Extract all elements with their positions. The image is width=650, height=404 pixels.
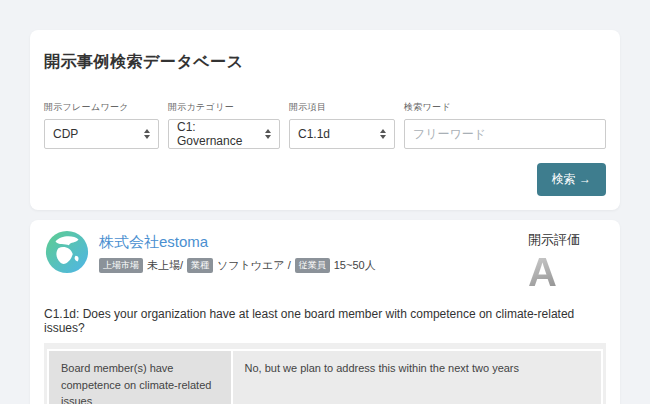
category-select-value: C1: Governance xyxy=(177,120,259,148)
select-arrows-icon xyxy=(265,129,271,139)
keyword-field: 検索ワード xyxy=(404,101,606,149)
search-button[interactable]: 検索 → xyxy=(537,163,606,196)
globe-logo-icon xyxy=(44,229,90,275)
framework-select[interactable]: CDP xyxy=(44,119,159,149)
page: 開示事例検索データベース 開示フレームワーク CDP 開示カテゴリー C1: G… xyxy=(0,0,650,404)
item-field: 開示項目 C1.1d xyxy=(289,101,395,149)
item-select-value: C1.1d xyxy=(298,127,330,141)
framework-select-value: CDP xyxy=(53,127,78,141)
listing-market-badge: 上場市場 xyxy=(99,258,143,273)
framework-label: 開示フレームワーク xyxy=(44,101,159,114)
category-field: 開示カテゴリー C1: Governance xyxy=(168,101,280,149)
company-info: 株式会社estoma 上場市場 未上場/ 業種 ソフトウエア / 従業員 15~… xyxy=(99,229,376,273)
page-title: 開示事例検索データベース xyxy=(44,52,606,73)
result-card: 株式会社estoma 上場市場 未上場/ 業種 ソフトウエア / 従業員 15~… xyxy=(30,220,620,404)
item-label: 開示項目 xyxy=(289,101,395,114)
listing-market-value: 未上場/ xyxy=(147,258,183,273)
category-select[interactable]: C1: Governance xyxy=(168,119,280,149)
answer-table-container: Board member(s) have competence on clima… xyxy=(44,343,606,404)
search-panel: 開示事例検索データベース 開示フレームワーク CDP 開示カテゴリー C1: G… xyxy=(30,30,620,210)
employees-value: 15~50人 xyxy=(334,258,376,273)
search-form-row: 開示フレームワーク CDP 開示カテゴリー C1: Governance 開示項… xyxy=(44,101,606,149)
disclosure-rating: 開示評価 A xyxy=(528,229,606,292)
industry-badge: 業種 xyxy=(187,258,213,273)
select-arrows-icon xyxy=(380,129,386,139)
framework-field: 開示フレームワーク CDP xyxy=(44,101,159,149)
company-header: 株式会社estoma 上場市場 未上場/ 業種 ソフトウエア / 従業員 15~… xyxy=(44,229,606,292)
select-arrows-icon xyxy=(144,129,150,139)
item-select[interactable]: C1.1d xyxy=(289,119,395,149)
company-attributes: 上場市場 未上場/ 業種 ソフトウエア / 従業員 15~50人 xyxy=(99,258,376,273)
question-text: C1.1d: Does your organization have at le… xyxy=(44,307,606,335)
category-label: 開示カテゴリー xyxy=(168,101,280,114)
keyword-input[interactable] xyxy=(404,119,606,149)
row-value: No, but we plan to address this within t… xyxy=(233,351,602,404)
rating-label: 開示評価 xyxy=(528,231,606,249)
row-label: Board member(s) have competence on clima… xyxy=(49,351,231,404)
table-row: Board member(s) have competence on clima… xyxy=(49,351,601,404)
rating-grade: A xyxy=(528,252,606,292)
keyword-label: 検索ワード xyxy=(404,101,606,114)
company-name-link[interactable]: 株式会社estoma xyxy=(99,233,208,250)
answer-table: Board member(s) have competence on clima… xyxy=(47,349,603,404)
employees-badge: 従業員 xyxy=(295,258,330,273)
industry-value: ソフトウエア / xyxy=(217,258,291,273)
search-actions: 検索 → xyxy=(44,163,606,196)
